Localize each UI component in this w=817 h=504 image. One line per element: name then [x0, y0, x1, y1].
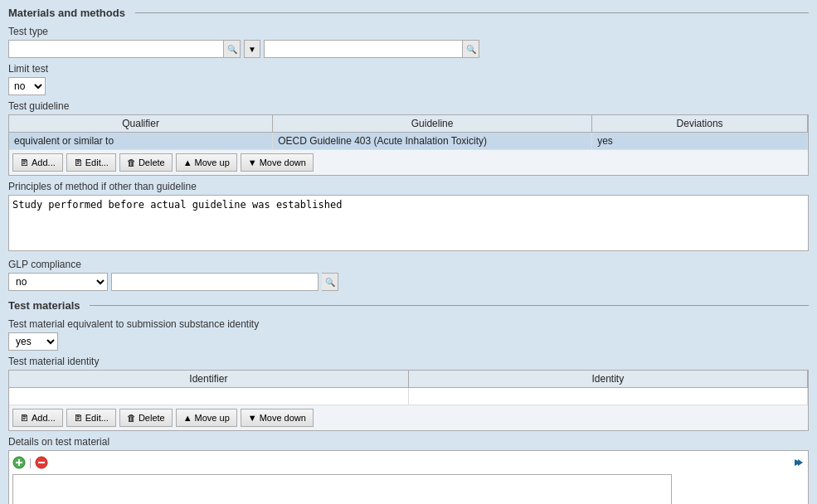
- glp-select[interactable]: no yes: [8, 273, 108, 291]
- test-guideline-btn-row: 🖹 Add... 🖹 Edit... 🗑 Delete ▲ Move up ▼ …: [9, 149, 808, 175]
- col-deviations: Deviations: [592, 115, 808, 133]
- test-type-search-btn[interactable]: 🔍: [224, 40, 241, 58]
- cell-guideline: OECD Guideline 403 (Acute Inhalation Tox…: [273, 133, 592, 150]
- test-material-equiv-select[interactable]: yes no: [8, 332, 58, 351]
- limit-test-select[interactable]: no yes: [8, 77, 46, 95]
- identity-move-up-btn[interactable]: ▲ Move up: [176, 409, 237, 427]
- move-up-icon: ▲: [183, 158, 192, 167]
- move-up-icon-2: ▲: [183, 413, 192, 423]
- cell-qualifier: equivalent or similar to: [9, 133, 273, 150]
- details-label: Details on test material: [8, 436, 809, 448]
- principles-textarea[interactable]: Study performed before actual guideline …: [8, 195, 809, 251]
- test-material-equiv-label: Test material equivalent to submission s…: [8, 318, 809, 330]
- delete-icon: 🗑: [127, 158, 136, 167]
- test-material-identity-label: Test material identity: [8, 356, 809, 367]
- table-row-empty: [9, 388, 808, 405]
- test-type-dropdown-btn[interactable]: ▼: [244, 40, 260, 58]
- identity-delete-btn[interactable]: 🗑 Delete: [119, 409, 173, 427]
- table-row[interactable]: equivalent or similar to OECD Guideline …: [9, 133, 808, 150]
- test-type-second-input[interactable]: [264, 40, 463, 58]
- toolbar-divider: |: [29, 457, 32, 468]
- test-material-identity-table: Identifier Identity: [9, 371, 808, 405]
- identity-move-down-btn[interactable]: ▼ Move down: [241, 409, 314, 427]
- details-remove-icon[interactable]: [35, 456, 48, 469]
- test-type-second-search-btn[interactable]: 🔍: [463, 40, 479, 58]
- test-materials-section-header: Test materials: [8, 299, 809, 312]
- guideline-add-btn[interactable]: 🖹 Add...: [12, 153, 63, 172]
- add-icon: 🖹: [20, 158, 29, 167]
- guideline-edit-btn[interactable]: 🖹 Edit...: [66, 153, 116, 172]
- glp-label: GLP compliance: [8, 259, 809, 270]
- test-type-input[interactable]: [8, 40, 224, 58]
- test-type-row: 🔍 ▼ 🔍: [8, 40, 809, 58]
- limit-test-label: Limit test: [8, 63, 809, 75]
- col-identity: Identity: [408, 371, 807, 388]
- col-identifier: Identifier: [9, 371, 408, 388]
- test-guideline-table-container: Qualifier Guideline Deviations equivalen…: [8, 114, 809, 176]
- glp-row: no yes 🔍: [8, 273, 809, 291]
- test-materials-title: Test materials: [8, 299, 86, 312]
- identity-edit-btn[interactable]: 🖹 Edit...: [66, 409, 116, 427]
- edit-icon: 🖹: [74, 158, 83, 167]
- materials-methods-section-header: Materials and methods: [8, 7, 809, 19]
- details-container: |: [8, 450, 809, 504]
- principles-label: Principles of method if other than guide…: [8, 181, 809, 192]
- edit-icon-2: 🖹: [74, 413, 83, 423]
- col-qualifier: Qualifier: [9, 115, 273, 133]
- test-guideline-table: Qualifier Guideline Deviations equivalen…: [9, 115, 808, 149]
- test-material-identity-table-container: Identifier Identity 🖹 Add... 🖹 Edit...: [8, 370, 809, 431]
- test-guideline-label: Test guideline: [8, 100, 809, 112]
- details-toolbar: |: [12, 454, 48, 471]
- add-icon-2: 🖹: [20, 413, 29, 423]
- delete-icon-2: 🗑: [127, 413, 136, 423]
- section-divider-2: [90, 305, 809, 306]
- move-down-icon-2: ▼: [248, 413, 257, 423]
- col-guideline: Guideline: [273, 115, 592, 133]
- move-down-icon: ▼: [248, 158, 257, 167]
- guideline-move-down-btn[interactable]: ▼ Move down: [241, 153, 314, 172]
- materials-methods-title: Materials and methods: [8, 7, 132, 19]
- details-add-icon[interactable]: [12, 456, 26, 469]
- guideline-delete-btn[interactable]: 🗑 Delete: [119, 153, 173, 172]
- details-header-row: |: [12, 453, 805, 474]
- identity-add-btn[interactable]: 🖹 Add...: [12, 409, 63, 427]
- details-textarea[interactable]: [12, 474, 672, 504]
- glp-search-input[interactable]: [111, 273, 319, 291]
- test-type-label: Test type: [8, 26, 809, 37]
- test-material-identity-btn-row: 🖹 Add... 🖹 Edit... 🗑 Delete ▲ Move up ▼ …: [9, 405, 808, 430]
- glp-search-btn[interactable]: 🔍: [322, 273, 338, 291]
- section-divider: [135, 12, 809, 13]
- guideline-move-up-btn[interactable]: ▲ Move up: [176, 153, 237, 172]
- cell-deviations: yes: [592, 133, 808, 150]
- details-expand-icon[interactable]: [791, 456, 805, 472]
